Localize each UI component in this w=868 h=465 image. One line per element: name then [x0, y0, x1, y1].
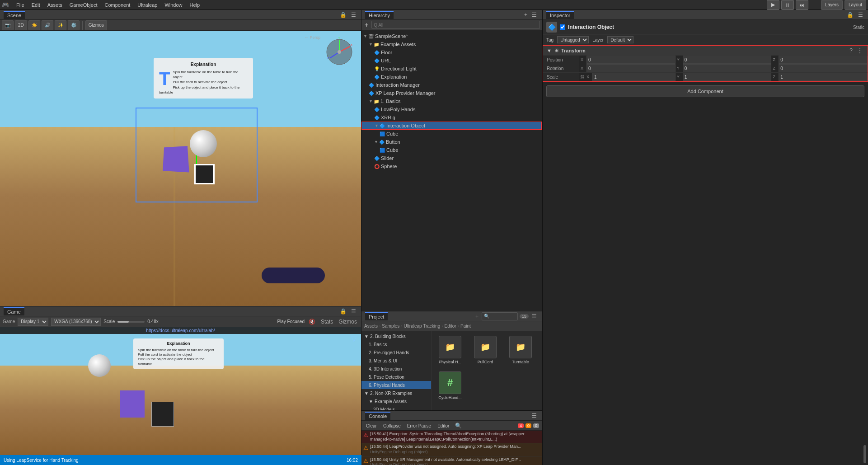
tree-item-xrrig[interactable]: 🔷 XRRig [361, 113, 542, 122]
menu-assets[interactable]: Assets [44, 1, 66, 9]
tree-item-directional-light[interactable]: 💡 Directional Light [361, 65, 542, 73]
tree-item-basics[interactable]: ▼ 📁 1. Basics [361, 97, 542, 105]
hierarchy-plus-icon[interactable]: + [363, 21, 370, 29]
scene-viewport[interactable]: Explanation T Spin the turntable on the … [0, 31, 361, 306]
sidebar-building-blocks[interactable]: ▼ 2. Building Blocks [361, 332, 431, 340]
asset-physical-hands[interactable]: 📁 Physical H... [434, 334, 466, 366]
hierarchy-menu-icon[interactable]: ☰ [530, 11, 538, 19]
console-error-pause-btn[interactable]: Error Pause [405, 423, 433, 429]
rotation-x-input[interactable] [586, 64, 676, 72]
bc-paint[interactable]: Paint [460, 324, 471, 329]
sidebar-3d-interaction[interactable]: 4. 3D Interaction [361, 365, 431, 373]
hierarchy-add-icon[interactable]: + [523, 11, 529, 19]
rotation-z-input[interactable] [779, 64, 868, 72]
asset-pullcord[interactable]: 📁 PullCord [469, 334, 501, 366]
tree-item-floor[interactable]: 🔷 Floor [361, 48, 542, 56]
console-collapse-btn[interactable]: Collapse [381, 423, 403, 429]
menu-ultraleap[interactable]: Ultraleap [134, 1, 161, 9]
game-lock-icon[interactable]: 🔒 [338, 308, 348, 315]
console-clear-btn[interactable]: Clear [364, 423, 379, 429]
tree-item-lowpoly[interactable]: 🔷 LowPoly Hands [361, 105, 542, 113]
tree-item-samplescene[interactable]: ▼ 🎬 SampleScene* [361, 32, 542, 40]
hierarchy-search[interactable] [371, 21, 540, 29]
tab-scene[interactable]: Scene [4, 11, 25, 19]
transform-settings-icon[interactable]: ⋮ [856, 47, 864, 54]
stats-label[interactable]: Stats [319, 318, 334, 325]
tab-game[interactable]: Game [4, 307, 24, 315]
position-y-input[interactable] [683, 56, 772, 64]
pause-button[interactable]: ⏸ [781, 0, 794, 10]
console-row-0[interactable]: ⚠ [15:50:41] Exception: System.Threading… [361, 431, 542, 443]
console-menu-icon[interactable]: ☰ [530, 412, 538, 419]
asset-turntable[interactable]: 📁 Turntable [505, 334, 536, 366]
console-search-icon[interactable]: 🔍 [454, 422, 463, 429]
tab-hierarchy[interactable]: Hierarchy [365, 11, 394, 19]
scale-z-input[interactable] [779, 73, 868, 81]
tree-item-button[interactable]: ▼ 🔷 Button [361, 138, 542, 146]
menu-window[interactable]: Window [161, 1, 186, 9]
bc-assets[interactable]: Assets [364, 324, 378, 329]
menu-component[interactable]: Component [101, 1, 134, 9]
scene-overlay[interactable]: ⚙️ [68, 20, 80, 30]
transform-help-icon[interactable]: ? [848, 47, 854, 54]
sidebar-menus-ui[interactable]: 3. Menus & UI [361, 357, 431, 365]
tree-item-slider[interactable]: 🔷 Slider [361, 154, 542, 162]
scale-y-input[interactable] [683, 73, 772, 81]
tree-item-url[interactable]: 🔷 URL [361, 56, 542, 65]
sidebar-pre-rigged[interactable]: 2. Pre-rigged Hands [361, 348, 431, 357]
menu-gameobject[interactable]: GameObject [66, 1, 101, 9]
scene-toggle-2d[interactable]: 2D [15, 20, 27, 30]
menu-help[interactable]: Help [186, 1, 204, 9]
inspector-lock-icon[interactable]: 🔒 [845, 11, 855, 19]
scene-audio[interactable]: 🔊 [42, 20, 53, 30]
tag-dropdown[interactable]: Untagged [557, 36, 589, 43]
position-z-input[interactable] [779, 56, 868, 64]
inspector-menu-icon[interactable]: ☰ [857, 11, 864, 19]
position-x-input[interactable] [586, 56, 676, 64]
asset-cyclehand[interactable]: # CycleHand... [434, 370, 466, 402]
tree-item-example-assets[interactable]: ▼ 📁 Example Assets [361, 40, 542, 48]
tree-item-sphere[interactable]: ⭕ Sphere [361, 162, 542, 170]
tree-item-interaction-object[interactable]: ▼ 🔷 Interaction Object [361, 122, 542, 130]
project-add-icon[interactable]: + [474, 313, 480, 320]
console-row-2[interactable]: ⚠ [15:50:44] Unity XR Management not ava… [361, 456, 542, 465]
game-menu-icon[interactable]: ☰ [350, 308, 357, 315]
layer-dropdown[interactable]: Default [607, 36, 633, 43]
tab-inspector[interactable]: Inspector [546, 11, 574, 19]
project-menu-icon[interactable]: ☰ [530, 313, 538, 320]
step-button[interactable]: ⏭ [796, 0, 808, 10]
game-viewport[interactable]: https://docs.ultraleap.com/ultralab/ ▽ E… [0, 327, 361, 455]
project-search[interactable] [482, 312, 518, 320]
menu-edit[interactable]: Edit [28, 1, 44, 9]
sidebar-physical-hands[interactable]: 6. Physical Hands [361, 381, 431, 389]
scale-x-input[interactable] [592, 73, 676, 81]
tree-item-interaction-manager[interactable]: 🔷 Interaction Manager [361, 81, 542, 89]
scale-slider[interactable] [117, 321, 145, 323]
console-row-1[interactable]: ⚠ [15:50:44] LeapProvider was not assign… [361, 443, 542, 456]
tree-item-cube-child[interactable]: 🟦 Cube [361, 130, 542, 138]
scene-menu-icon[interactable]: ☰ [350, 11, 357, 19]
rotation-y-input[interactable] [683, 64, 772, 72]
bc-ultraleap[interactable]: Ultraleap Tracking [404, 324, 441, 329]
tab-project[interactable]: Project [365, 312, 388, 320]
bc-editor[interactable]: Editor [445, 324, 456, 329]
scene-lock-icon[interactable]: 🔒 [338, 11, 348, 19]
tree-item-xp-leap[interactable]: 🔷 XP Leap Provider Manager [361, 89, 542, 97]
tree-item-explanation[interactable]: 🔷 Explanation [361, 73, 542, 81]
add-component-button[interactable]: Add Component [546, 85, 864, 97]
sidebar-pose-detection[interactable]: 5. Pose Detection [361, 373, 431, 381]
scene-vfx[interactable]: ✨ [55, 20, 66, 30]
gizmos-label[interactable]: Gizmos [337, 318, 358, 325]
bc-samples[interactable]: Samples [382, 324, 399, 329]
scene-gizmos[interactable]: Gizmos [85, 20, 107, 30]
layout-dropdown[interactable]: Layout [845, 0, 866, 10]
inspector-active-checkbox[interactable] [560, 24, 565, 30]
scene-lighting[interactable]: ☀️ [28, 20, 40, 30]
tab-console[interactable]: Console [365, 412, 390, 420]
transform-header[interactable]: ▼ ⊞ Transform ? ⋮ [543, 46, 868, 56]
resolution-select[interactable]: WXGA (1366x768) [51, 318, 101, 326]
scene-draw-mode[interactable]: 📷 [2, 20, 14, 30]
sidebar-basics[interactable]: 1. Basics [361, 340, 431, 348]
sidebar-non-xr[interactable]: ▼ 2. Non-XR Examples [361, 389, 431, 397]
sidebar-example-assets[interactable]: ▼ Example Assets [361, 397, 431, 405]
